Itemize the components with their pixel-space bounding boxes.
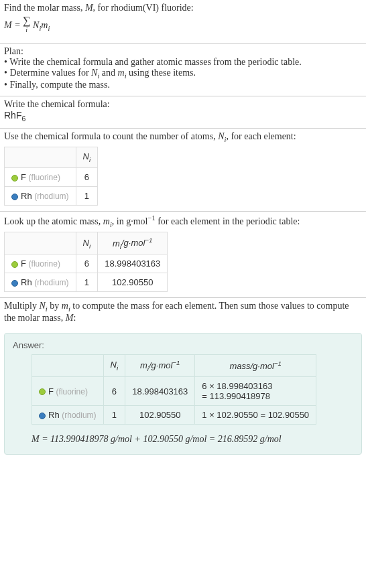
element-name: (rhodium): [62, 411, 96, 420]
count-header-empty: [5, 147, 76, 168]
plan-item-3: • Finally, compute the mass.: [4, 80, 362, 90]
element-cell: F (fluorine): [5, 254, 76, 273]
count-title-pre: Use the chemical formula to count the nu…: [4, 131, 218, 141]
element-cell: F (fluorine): [32, 377, 104, 406]
n-value: 6: [103, 377, 125, 406]
chem-formula-section: Write the chemical formula: RhF6: [0, 96, 366, 128]
plan-item-2: • Determine values for Ni and mi using t…: [4, 68, 362, 80]
mass-value: 1 × 102.90550 = 102.90550: [195, 406, 316, 425]
answer-header-mass: mass/g·mol−1: [195, 355, 316, 377]
n-value: 1: [76, 186, 98, 205]
answer-header-row: Ni mi/g·mol−1 mass/g·mol−1: [32, 355, 316, 377]
dot-icon: [11, 261, 18, 268]
answer-table: Ni mi/g·mol−1 mass/g·mol−1 F (fluorine) …: [32, 354, 316, 425]
element-symbol: F: [21, 259, 26, 269]
dot-icon: [11, 194, 18, 200]
element-cell: Rh (rhodium): [5, 186, 76, 205]
atomic-mass-section: Look up the atomic mass, mi, in g·mol−1 …: [0, 211, 366, 297]
mass-header-empty: [5, 232, 76, 254]
count-atoms-title: Use the chemical formula to count the nu…: [4, 131, 362, 143]
answer-header-m-sup: −1: [172, 359, 180, 366]
count-title-post: , for each element:: [226, 131, 296, 141]
m-value: 102.90550: [98, 273, 168, 292]
element-cell: Rh (rhodium): [32, 406, 104, 425]
mass-title-mid: , in g·mol: [112, 216, 148, 226]
plan-item-3-text: Finally, compute the mass.: [9, 80, 110, 90]
count-table-header-row: Ni: [5, 147, 98, 168]
element-name: (rhodium): [34, 192, 68, 201]
mass-header-m: mi/g·mol−1: [98, 232, 168, 254]
chem-formula-title: Write the chemical formula:: [4, 99, 362, 110]
table-row: Rh (rhodium) 1 102.90550 1 × 102.90550 =…: [32, 406, 316, 425]
m-value: 102.90550: [125, 406, 195, 425]
mass-line1: 1 × 102.90550 = 102.90550: [202, 410, 309, 420]
dot-icon: [39, 388, 46, 395]
count-table: Ni F (fluorine) 6 Rh (rhodium) 1: [4, 147, 98, 206]
count-header-n: Ni: [76, 147, 98, 168]
table-row: Rh (rhodium) 1 102.90550: [5, 273, 168, 292]
mass-header-n: Ni: [76, 232, 98, 254]
mass-line2: = 113.990418978: [202, 391, 270, 401]
plan-title: Plan:: [4, 46, 362, 57]
chem-formula-sub: 6: [21, 115, 25, 123]
mass-header-m-sup: −1: [145, 236, 152, 244]
mass-line1: 6 × 18.998403163: [202, 381, 272, 391]
chem-formula-base: RhF: [4, 110, 21, 121]
answer-header-empty: [32, 355, 104, 377]
element-symbol: F: [48, 386, 54, 396]
n-value: 1: [76, 273, 98, 292]
answer-label: Answer:: [13, 340, 353, 350]
element-name: (fluorine): [56, 387, 88, 396]
table-row: Rh (rhodium) 1: [5, 186, 98, 205]
element-name: (fluorine): [29, 259, 60, 269]
element-cell: Rh (rhodium): [5, 273, 76, 292]
n-value: 6: [76, 254, 98, 273]
dot-icon: [11, 280, 18, 287]
answer-box: Answer: Ni mi/g·mol−1 mass/g·mol−1 F (fl…: [4, 333, 362, 455]
dot-icon: [11, 175, 18, 181]
count-atoms-section: Use the chemical formula to count the nu…: [0, 128, 366, 211]
mass-title-sup: −1: [147, 214, 155, 222]
answer-header-mass-sup: −1: [274, 360, 282, 367]
element-symbol: Rh: [21, 191, 32, 201]
element-cell: F (fluorine): [5, 167, 76, 186]
answer-header-m: mi/g·mol−1: [125, 355, 195, 377]
plan-item-1-text: Write the chemical formula and gather at…: [9, 57, 302, 67]
n-value: 6: [76, 167, 98, 186]
atomic-mass-title: Look up the atomic mass, mi, in g·mol−1 …: [4, 214, 362, 228]
mass-table: Ni mi/g·mol−1 F (fluorine) 6 18.99840316…: [4, 232, 168, 292]
answer-final: M = 113.990418978 g/mol + 102.90550 g/mo…: [32, 434, 353, 445]
dot-icon: [39, 413, 46, 419]
answer-header-n: Ni: [103, 355, 125, 377]
table-row: F (fluorine) 6 18.998403163 6 × 18.99840…: [32, 377, 316, 406]
mass-title-pre: Look up the atomic mass,: [4, 216, 103, 226]
element-symbol: Rh: [21, 277, 32, 287]
plan-item-1: • Write the chemical formula and gather …: [4, 57, 362, 68]
element-symbol: Rh: [48, 410, 60, 420]
chem-formula: RhF6: [4, 110, 362, 123]
m-value: 18.998403163: [98, 254, 168, 273]
table-row: F (fluorine) 6 18.998403163: [5, 254, 168, 273]
intro-text: Find the molar mass, M, for rhodium(VI) …: [4, 3, 362, 13]
mass-value: 6 × 18.998403163= 113.990418978: [195, 377, 316, 406]
mass-table-header-row: Ni mi/g·mol−1: [5, 232, 168, 254]
intro-section: Find the molar mass, M, for rhodium(VI) …: [0, 0, 366, 43]
mass-title-post: for each element in the periodic table:: [156, 216, 300, 226]
plan-section: Plan: • Write the chemical formula and g…: [0, 43, 366, 96]
m-value: 18.998403163: [125, 377, 195, 406]
table-row: F (fluorine) 6: [5, 167, 98, 186]
element-name: (rhodium): [34, 278, 68, 287]
multiply-section: Multiply Ni by mi to compute the mass fo…: [0, 297, 366, 329]
multiply-title: Multiply Ni by mi to compute the mass fo…: [4, 301, 362, 323]
element-name: (fluorine): [29, 173, 60, 182]
element-symbol: F: [21, 172, 26, 182]
molar-mass-formula: M = ∑i Nimi: [4, 15, 362, 38]
n-value: 1: [103, 406, 125, 425]
